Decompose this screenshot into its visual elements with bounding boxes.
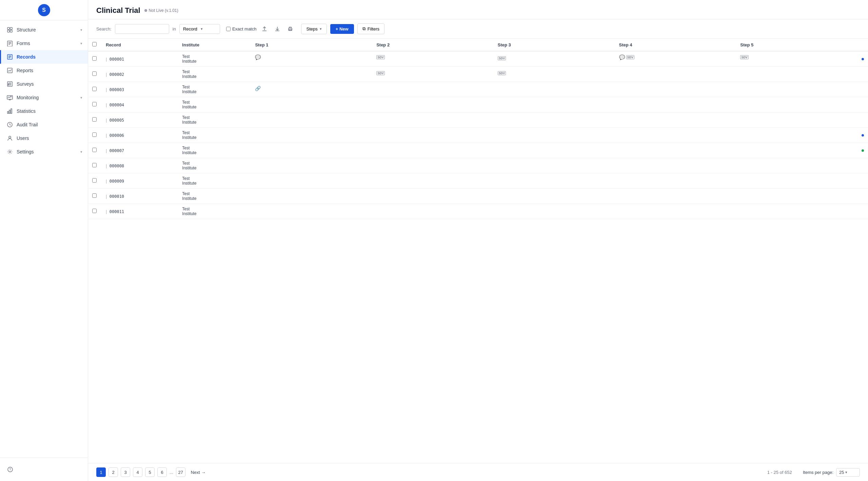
step-cell[interactable]	[736, 97, 857, 112]
step-cell[interactable]	[615, 158, 736, 173]
step-cell[interactable]	[372, 189, 494, 204]
step-cell[interactable]	[615, 97, 736, 112]
page-6-button[interactable]: 6	[157, 467, 167, 477]
step-cell[interactable]	[615, 82, 736, 97]
step-cell[interactable]: SDV	[494, 67, 615, 82]
record-id-cell[interactable]: | 000010	[102, 189, 178, 204]
sidebar-item-settings[interactable]: Settings ▾	[0, 145, 88, 159]
step-cell[interactable]	[494, 97, 615, 112]
step-cell[interactable]: SDV	[372, 67, 494, 82]
step-cell[interactable]	[372, 173, 494, 189]
step-cell[interactable]	[372, 97, 494, 112]
record-id-cell[interactable]: | 000011	[102, 204, 178, 219]
table-row[interactable]: | 000008 TestInstitute	[88, 158, 868, 173]
step-cell[interactable]: SDV	[736, 51, 857, 67]
new-record-button[interactable]: + New	[330, 24, 354, 34]
step-cell[interactable]	[251, 158, 372, 173]
record-id-cell[interactable]: | 000006	[102, 128, 178, 143]
table-row[interactable]: | 000004 TestInstitute	[88, 97, 868, 112]
sidebar-item-reports[interactable]: Reports	[0, 64, 88, 77]
step-cell[interactable]	[372, 112, 494, 128]
record-id-cell[interactable]: | 000005	[102, 112, 178, 128]
row-checkbox[interactable]	[92, 56, 97, 61]
step-cell[interactable]	[736, 204, 857, 219]
record-id-cell[interactable]: | 000003	[102, 82, 178, 97]
step-cell[interactable]	[372, 82, 494, 97]
sidebar-item-users[interactable]: Users	[0, 131, 88, 145]
step-cell[interactable]	[615, 128, 736, 143]
row-checkbox[interactable]	[92, 102, 97, 106]
exact-match-checkbox[interactable]	[226, 27, 231, 31]
sidebar-item-surveys[interactable]: Surveys	[0, 77, 88, 91]
row-checkbox[interactable]	[92, 193, 97, 198]
table-row[interactable]: | 000010 TestInstitute	[88, 189, 868, 204]
record-id-cell[interactable]: | 000001	[102, 51, 178, 67]
step-cell[interactable]	[736, 112, 857, 128]
steps-dropdown-button[interactable]: Steps ▾	[301, 24, 327, 34]
search-field-dropdown[interactable]: Record ▾	[179, 24, 220, 34]
page-2-button[interactable]: 2	[108, 467, 118, 477]
record-id-cell[interactable]: | 000008	[102, 158, 178, 173]
step-cell[interactable]	[736, 67, 857, 82]
table-row[interactable]: | 000007 TestInstitute	[88, 143, 868, 158]
step-cell[interactable]	[372, 158, 494, 173]
step-cell[interactable]	[494, 128, 615, 143]
step-cell[interactable]	[736, 128, 857, 143]
step-cell[interactable]	[736, 158, 857, 173]
record-id-cell[interactable]: | 000007	[102, 143, 178, 158]
record-id-cell[interactable]: | 000009	[102, 173, 178, 189]
step-cell[interactable]	[251, 112, 372, 128]
step-cell[interactable]: SDV	[494, 51, 615, 67]
step-cell[interactable]: SDV	[372, 51, 494, 67]
table-row[interactable]: | 000001 TestInstitute 💬 SDV SDV 💬 SDV S…	[88, 51, 868, 67]
row-checkbox[interactable]	[92, 148, 97, 152]
table-row[interactable]: | 000006 TestInstitute	[88, 128, 868, 143]
help-button[interactable]: ?	[5, 463, 82, 476]
step-cell[interactable]	[251, 143, 372, 158]
filters-button[interactable]: ⧉ Filters	[357, 23, 384, 34]
row-checkbox[interactable]	[92, 87, 97, 91]
step-cell[interactable]	[615, 173, 736, 189]
step-cell[interactable]	[372, 128, 494, 143]
table-row[interactable]: | 000003 TestInstitute 🔗	[88, 82, 868, 97]
step-cell[interactable]: 💬 SDV	[615, 51, 736, 67]
step-cell[interactable]	[251, 173, 372, 189]
step-cell[interactable]	[615, 67, 736, 82]
page-3-button[interactable]: 3	[121, 467, 130, 477]
table-row[interactable]: | 000011 TestInstitute	[88, 204, 868, 219]
row-checkbox[interactable]	[92, 163, 97, 167]
step-cell[interactable]	[615, 112, 736, 128]
step-cell[interactable]	[494, 82, 615, 97]
record-id-cell[interactable]: | 000004	[102, 97, 178, 112]
download-icon-button[interactable]	[273, 24, 282, 34]
step-cell[interactable]	[615, 143, 736, 158]
per-page-select[interactable]: 25 ▾	[836, 468, 860, 477]
step-cell[interactable]	[494, 204, 615, 219]
step-cell[interactable]	[251, 67, 372, 82]
table-row[interactable]: | 000005 TestInstitute	[88, 112, 868, 128]
step-cell[interactable]	[736, 82, 857, 97]
table-row[interactable]: | 000009 TestInstitute	[88, 173, 868, 189]
row-checkbox[interactable]	[92, 117, 97, 122]
page-5-button[interactable]: 5	[145, 467, 155, 477]
step-cell[interactable]	[494, 189, 615, 204]
row-checkbox[interactable]	[92, 71, 97, 76]
table-row[interactable]: | 000002 TestInstitute SDV SDV	[88, 67, 868, 82]
step-cell[interactable]	[736, 173, 857, 189]
row-checkbox[interactable]	[92, 132, 97, 137]
step-cell[interactable]: 🔗	[251, 82, 372, 97]
step-cell[interactable]: 💬	[251, 51, 372, 67]
step-cell[interactable]	[615, 204, 736, 219]
page-27-button[interactable]: 27	[176, 467, 185, 477]
sidebar-item-records[interactable]: Records	[0, 50, 88, 64]
step-cell[interactable]	[736, 143, 857, 158]
step-cell[interactable]	[372, 204, 494, 219]
step-cell[interactable]	[615, 189, 736, 204]
sidebar-item-audit-trail[interactable]: Audit Trail	[0, 118, 88, 131]
step-cell[interactable]	[251, 204, 372, 219]
sidebar-item-statistics[interactable]: Statistics	[0, 104, 88, 118]
row-checkbox[interactable]	[92, 178, 97, 183]
sidebar-item-forms[interactable]: Forms ▾	[0, 37, 88, 50]
step-cell[interactable]	[494, 173, 615, 189]
next-button[interactable]: Next →	[188, 468, 209, 476]
